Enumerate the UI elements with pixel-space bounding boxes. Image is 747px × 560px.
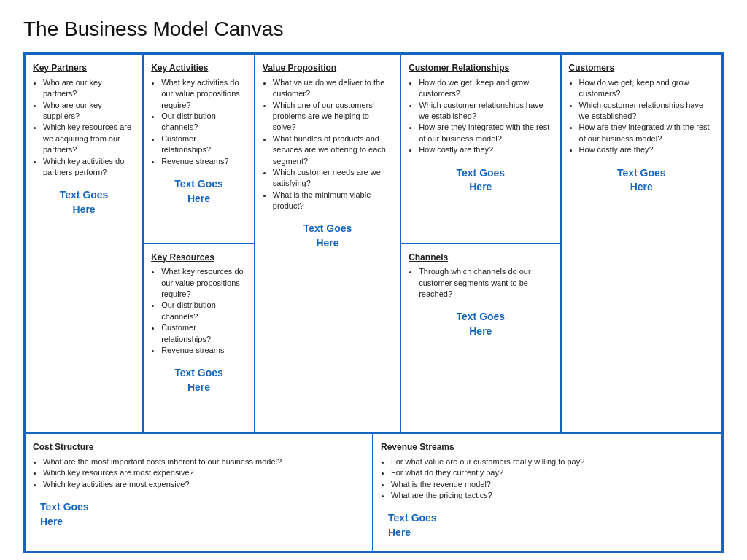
key-activities-cell: Key Activities What key activities do ou… [144,55,254,244]
value-prop-text: Text GoesHere [263,222,392,250]
list-item: Which customer relationships have we est… [579,100,714,122]
list-item: Customer relationships? [161,133,247,156]
customers-title: Customers [569,62,714,74]
channels-cell: Channels Through which channels do our c… [401,244,560,432]
customers-text: Text GoesHere [569,166,714,195]
key-activities-title: Key Activities [151,62,247,74]
page-title: The Business Model Canvas [23,18,724,41]
customers-cell: Customers How do we get, keep and grow c… [562,55,721,432]
cost-structure-bullets: What are the most important costs inhere… [33,456,365,490]
key-partners-title: Key Partners [33,62,135,74]
key-activities-text: Text GoesHere [151,177,247,206]
list-item: How are they integrated with the rest of… [579,122,714,144]
list-item: How do we get, keep and grow customers? [579,77,714,100]
list-item: What key activities do our value proposi… [161,77,247,111]
key-resources-title: Key Resources [151,252,247,264]
value-prop-title: Value Proposition [263,62,392,74]
list-item: Through which channels do our customer s… [419,266,552,300]
list-item: Who are our key partners? [43,77,135,100]
list-item: What key resources do our value proposit… [161,266,247,300]
customers-bullets: How do we get, keep and grow customers? … [569,77,714,156]
channels-title: Channels [409,252,552,264]
list-item: Who are our key suppliers? [43,100,135,122]
value-prop-bullets: What value do we deliver to the customer… [263,77,392,212]
list-item: What bundles of products and services ar… [273,133,392,167]
revenue-streams-bullets: For what value are our customers really … [381,456,714,502]
list-item: Our distribution channels? [161,300,247,322]
list-item: What is the revenue model? [391,479,714,490]
list-item: For what do they currently pay? [391,467,714,478]
list-item: For what value are our customers really … [391,456,714,467]
list-item: Which key activities do partners perform… [43,156,135,179]
list-item: What is the minimum viable product? [273,190,392,212]
cost-structure-text: Text GoesHere [40,500,365,529]
channels-text: Text GoesHere [409,310,552,338]
revenue-streams-title: Revenue Streams [381,441,714,454]
canvas: Key Partners Who are our key partners? W… [23,52,724,553]
list-item: Our distribution channels? [161,111,247,133]
top-grid: Key Partners Who are our key partners? W… [26,55,721,434]
cost-structure-title: Cost Structure [33,441,365,454]
list-item: Revenue streams [161,345,247,356]
list-item: Which key activities are most expensive? [43,479,365,490]
activities-resources-col: Key Activities What key activities do ou… [144,55,255,432]
list-item: Customer relationships? [161,322,247,345]
list-item: What are the pricing tactics? [391,490,714,501]
list-item: What value do we deliver to the customer… [273,77,392,100]
key-partners-bullets: Who are our key partners? Who are our ke… [33,77,135,179]
customer-relationships-title: Customer Relationships [409,62,552,74]
key-resources-text: Text GoesHere [151,366,247,394]
list-item: Which customer needs are we satisfying? [273,167,392,190]
cust-rel-channels-col: Customer Relationships How do we get, ke… [401,55,561,432]
list-item: What are the most important costs inhere… [43,456,365,467]
bottom-row: Cost Structure What are the most importa… [26,434,721,551]
list-item: Which key resources are we acquiring fro… [43,122,135,155]
customer-relationships-bullets: How do we get, keep and grow customers? … [409,77,552,156]
revenue-streams-text: Text GoesHere [388,511,714,540]
customer-relationships-cell: Customer Relationships How do we get, ke… [401,55,560,244]
channels-bullets: Through which channels do our customer s… [409,266,552,300]
list-item: Revenue streams? [161,156,247,167]
key-activities-bullets: What key activities do our value proposi… [151,77,247,167]
revenue-streams-cell: Revenue Streams For what value are our c… [374,434,721,551]
list-item: How are they integrated with the rest of… [419,122,552,144]
key-partners-text: Text GoesHere [33,188,135,217]
list-item: Which one of our customers' problems are… [273,100,392,133]
key-resources-bullets: What key resources do our value proposit… [151,266,247,356]
key-partners-cell: Key Partners Who are our key partners? W… [26,55,144,432]
list-item: How do we get, keep and grow customers? [419,77,552,100]
list-item: Which key resources are most expensive? [43,467,365,478]
cost-structure-cell: Cost Structure What are the most importa… [26,434,374,551]
list-item: How costly are they? [579,144,714,155]
key-resources-cell: Key Resources What key resources do our … [144,244,254,432]
customer-relationships-text: Text GoesHere [409,166,552,195]
list-item: How costly are they? [419,144,552,155]
list-item: Which customer relationships have we est… [419,100,552,122]
value-prop-cell: Value Proposition What value do we deliv… [255,55,401,432]
